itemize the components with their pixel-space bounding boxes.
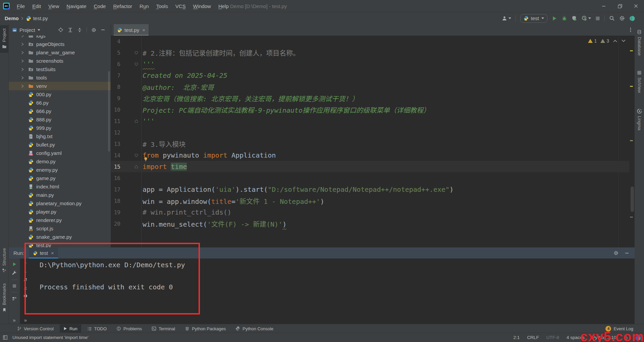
code-line-7[interactable]: 7Created on 2025-04-25 — [111, 70, 629, 81]
menu-vcs[interactable]: VCS — [172, 3, 190, 9]
close-tab-icon[interactable]: × — [142, 27, 145, 33]
rerun-button[interactable] — [12, 262, 17, 267]
line-number[interactable]: 7 — [111, 72, 120, 79]
tree-item-testSuits[interactable]: testSuits — [9, 65, 111, 73]
toolwindow-problems[interactable]: Problems — [113, 324, 146, 333]
prev-warning-icon[interactable] — [613, 39, 618, 43]
tree-item-main.py[interactable]: main.py — [9, 191, 111, 199]
run-panel-settings-gear-icon[interactable] — [613, 250, 619, 255]
code-line-4[interactable]: 4 — [111, 36, 629, 47]
code-line-11[interactable]: 11''' — [111, 115, 629, 127]
line-number[interactable]: 12 — [111, 129, 120, 136]
line-number[interactable]: 14 — [111, 152, 120, 159]
status-utf-8[interactable]: UTF-8 — [546, 335, 559, 340]
chevron-right-icon[interactable] — [21, 76, 28, 80]
toolwindow-python-console[interactable]: Python Console — [232, 324, 277, 333]
tree-item-enemy.py[interactable]: enemy.py — [9, 166, 111, 174]
menu-window[interactable]: Window — [190, 3, 215, 9]
next-warning-icon[interactable] — [621, 39, 626, 43]
code-line-18[interactable]: 18win = app.window(title='新文件 1 - Notepa… — [111, 195, 629, 207]
stripe-structure-button[interactable]: Structure — [0, 248, 8, 273]
tool-window-toggle-icon[interactable] — [3, 335, 8, 340]
more-options-icon[interactable]: » — [24, 317, 27, 323]
chevron-right-icon[interactable] — [21, 59, 28, 63]
code-line-8[interactable]: 8@author: 北京-宏哥 — [111, 81, 629, 93]
collapse-all-icon[interactable] — [77, 27, 82, 33]
chevron-right-icon[interactable] — [21, 67, 28, 71]
code-line-15[interactable]: 15import time — [111, 161, 629, 172]
restore-layout-icon[interactable] — [12, 296, 17, 301]
menu-view[interactable]: View — [45, 3, 63, 9]
toolwindow-version-control[interactable]: Version Control — [13, 324, 57, 333]
run-console[interactable]: D:\Python\python.exe D:/Demo/test.pyProc… — [40, 261, 635, 324]
code-line-10[interactable]: 10Project: PC端自动化测试实战教程-9-pywinauto操作应用程… — [111, 104, 629, 115]
run-tab-test[interactable]: test × — [29, 247, 58, 259]
project-scrollbar[interactable] — [108, 71, 110, 152]
code-line-17[interactable]: 17app = Application('uia').start("D:/sof… — [111, 184, 629, 195]
editor-tab-test-py[interactable]: test.py × — [114, 24, 149, 36]
ai-assistant-sphere-icon[interactable] — [629, 15, 635, 21]
hide-run-panel-icon[interactable] — [625, 251, 629, 255]
line-number[interactable]: 6 — [111, 61, 120, 67]
line-number[interactable]: 13 — [111, 141, 120, 147]
user-account-button[interactable] — [502, 16, 511, 21]
up-stack-trace-icon[interactable] — [23, 261, 28, 266]
stripe-project-button[interactable]: Project — [0, 25, 8, 53]
stripe-database-button[interactable]: Database — [635, 30, 644, 56]
tab-options-icon[interactable] — [630, 27, 631, 33]
tree-item-snake_game.py[interactable]: snake_game.py — [9, 233, 111, 241]
line-number[interactable]: 16 — [111, 175, 120, 181]
chevron-right-icon[interactable] — [21, 84, 28, 88]
tree-item-planetary_motion.py[interactable]: planetary_motion.py — [9, 199, 111, 208]
minimize-button[interactable] — [596, 0, 612, 12]
code-line-20[interactable]: 20win.menu_select('文件(F) -> 新建(N)') — [111, 218, 629, 229]
status-2-1[interactable]: 2:1 — [514, 335, 520, 340]
inspections-widget[interactable]: 1 3 — [588, 38, 626, 44]
tree-item-venv[interactable]: venv — [9, 82, 111, 90]
expand-all-icon[interactable] — [68, 27, 73, 33]
tree-item-pageObjects[interactable]: pageObjects — [9, 40, 111, 48]
tree-item-screenshots[interactable]: screenshots — [9, 57, 111, 65]
tree-item-888.py[interactable]: 888.py — [9, 115, 111, 124]
breadcrumb-file[interactable]: test.py — [33, 15, 48, 21]
stripe-bookmarks-button[interactable]: Bookmarks — [0, 283, 8, 312]
restore-button[interactable] — [612, 0, 628, 12]
tree-item-player.py[interactable]: player.py — [9, 208, 111, 216]
code-line-12[interactable]: 12 — [111, 127, 629, 138]
line-number[interactable]: 8 — [111, 84, 120, 90]
menu-file[interactable]: File — [13, 3, 29, 9]
line-number[interactable]: 10 — [111, 107, 120, 113]
code-line-6[interactable]: 6''' — [111, 58, 629, 70]
close-button[interactable] — [628, 0, 644, 12]
chevron-right-icon[interactable] — [21, 36, 28, 38]
line-number[interactable]: 5 — [111, 50, 120, 56]
scroll-to-end-icon[interactable] — [23, 285, 28, 290]
tree-item-666.py[interactable]: 666.py — [9, 107, 111, 115]
menu-tools[interactable]: Tools — [153, 3, 172, 9]
menu-edit[interactable]: Edit — [29, 3, 45, 9]
status-crlf[interactable]: CRLF — [527, 335, 539, 340]
code-line-16[interactable]: 16 — [111, 172, 629, 184]
line-number[interactable]: 17 — [111, 186, 120, 193]
line-number[interactable]: 15 — [111, 164, 120, 170]
code-line-14[interactable]: 14from pywinauto import Application — [111, 150, 629, 161]
tree-item-game.py[interactable]: game.py — [9, 174, 111, 182]
tree-item-config.yaml[interactable]: YMLconfig.yaml — [9, 149, 111, 157]
tree-item-000.py[interactable]: 000.py — [9, 90, 111, 99]
chevron-right-icon[interactable] — [21, 42, 28, 46]
run-configuration-select[interactable]: test — [520, 14, 547, 23]
stripe-lingma-button[interactable]: Lingma — [635, 109, 644, 130]
line-number[interactable]: 9 — [111, 95, 120, 102]
fold-marker-icon[interactable] — [120, 165, 141, 169]
edit-configuration-wrench-icon[interactable] — [12, 271, 17, 276]
close-tab-icon[interactable]: × — [51, 250, 54, 256]
tree-item-logs[interactable]: logs — [9, 36, 111, 40]
settings-gear-icon[interactable] — [619, 15, 625, 21]
search-everywhere-button[interactable] — [609, 15, 615, 21]
project-panel-title[interactable]: Project — [19, 27, 35, 33]
fold-marker-icon[interactable] — [120, 153, 141, 158]
chevron-down-icon[interactable] — [38, 29, 40, 31]
menu-refactor[interactable]: Refactor — [109, 3, 136, 9]
gear-icon[interactable] — [91, 27, 96, 33]
down-stack-trace-icon[interactable] — [23, 269, 28, 274]
